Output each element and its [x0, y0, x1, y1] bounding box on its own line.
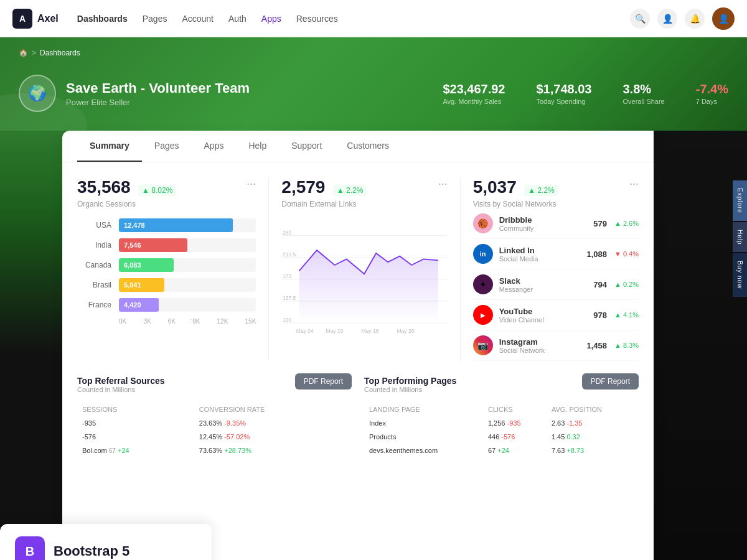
- bar-label: Canada: [77, 261, 111, 269]
- stat-today-spending: $1,748.03 Today Spending: [537, 82, 592, 105]
- social-row: in Linked In Social Media 1,088 ▼ 0.4%: [473, 239, 639, 269]
- nav-pages[interactable]: Pages: [143, 14, 167, 24]
- bar-axis-label: 12K: [217, 318, 228, 325]
- breadcrumb-separator: >: [32, 49, 36, 57]
- table-row: Index 1,256 -935 2.63 -1.35: [365, 417, 637, 429]
- tab-customers[interactable]: Customers: [334, 131, 402, 162]
- stat-value-sales: $23,467.92: [443, 82, 505, 96]
- card-tabs: Summary Pages Apps Help Support Customer…: [62, 131, 654, 162]
- tab-pages[interactable]: Pages: [142, 131, 192, 162]
- social-value: 1,458: [586, 341, 607, 350]
- stat-monthly-sales: $23,467.92 Avg. Monthly Sales: [443, 82, 505, 105]
- social-list: 🏀 Dribbble Community 579 ▲ 2.6% in Linke…: [473, 208, 639, 361]
- table-row: devs.keenthemes.com 67 +24 7.63 +8.73: [365, 444, 637, 457]
- top-pages-table: LANDING PAGE CLICKS AVG. POSITION Index …: [364, 402, 639, 458]
- page-name-3: devs.keenthemes.com: [365, 444, 483, 457]
- social-type: Community: [499, 225, 594, 232]
- search-icon[interactable]: 🔍: [630, 9, 650, 29]
- social-change: ▼ 0.4%: [614, 250, 639, 258]
- external-links-card: 2,579 ▲ 2.2% ··· Domain External Links: [268, 177, 447, 361]
- explore-button[interactable]: Explore: [733, 180, 747, 221]
- bar-row: Canada 6,083: [77, 258, 256, 272]
- referral-subtitle: Counted in Millions: [77, 386, 165, 393]
- nav-dashboards[interactable]: Dashboards: [77, 14, 128, 24]
- top-pages-title: Top Performing Pages: [364, 376, 456, 386]
- page-header: 🏠 > Dashboards 🌍 Save Earth - Volunteer …: [0, 37, 747, 131]
- bar-label: France: [77, 301, 111, 309]
- svg-text:May 04: May 04: [296, 328, 314, 334]
- tab-support[interactable]: Support: [279, 131, 334, 162]
- social-type: Video Channel: [499, 316, 594, 324]
- pdf-report-button-referral[interactable]: PDF Report: [295, 373, 352, 390]
- header-title: Save Earth - Volunteer Team: [66, 80, 443, 96]
- nav-apps[interactable]: Apps: [261, 14, 281, 24]
- social-name: Linked In: [499, 246, 587, 255]
- tab-apps[interactable]: Apps: [192, 131, 237, 162]
- social-type: Messanger: [499, 286, 594, 293]
- help-button[interactable]: Help: [733, 222, 747, 253]
- bar-track: 5,041: [119, 278, 256, 292]
- stat-7days: -7.4% 7 Days: [696, 82, 728, 105]
- header-stats: $23,467.92 Avg. Monthly Sales $1,748.03 …: [443, 82, 728, 105]
- dashboard-card: Summary Pages Apps Help Support Customer…: [62, 131, 654, 560]
- nav-resources[interactable]: Resources: [296, 14, 338, 24]
- social-visits-more[interactable]: ···: [629, 177, 639, 190]
- organic-sessions-more[interactable]: ···: [247, 177, 256, 190]
- header-content: 🌍 Save Earth - Volunteer Team Power Elit…: [19, 62, 728, 131]
- bar-axis-label: 15K: [245, 318, 256, 325]
- bar-track: 4,420: [119, 298, 256, 312]
- pages-col-page: LANDING PAGE: [365, 403, 483, 416]
- social-info: Linked In Social Media: [499, 246, 587, 263]
- line-chart-svg: 250 212.5 175 137.5 100: [281, 215, 447, 339]
- navbar-right: 🔍 👤 🔔 👤: [630, 7, 735, 30]
- buy-now-button[interactable]: Buy now: [733, 253, 747, 296]
- organic-sessions-label: Organic Sessions: [77, 200, 256, 208]
- organic-sessions-count: 35,568: [77, 177, 131, 197]
- page-position-2: 1.45 0.32: [548, 431, 637, 443]
- social-value: 978: [593, 310, 607, 320]
- social-info: Dribbble Community: [499, 215, 594, 232]
- brand[interactable]: A Axel: [12, 9, 59, 29]
- home-icon: 🏠: [19, 49, 28, 57]
- page-position-3: 7.63 +8.73: [548, 444, 637, 457]
- nav-account[interactable]: Account: [182, 14, 214, 24]
- social-value: 794: [593, 280, 607, 289]
- external-links-change: ▲ 2.2%: [333, 185, 367, 196]
- bar-label: India: [77, 241, 111, 250]
- avatar[interactable]: 👤: [712, 7, 735, 30]
- referral-rate-1: 23.63% -9.35%: [195, 417, 350, 429]
- social-icon-slack: ✦: [473, 274, 493, 294]
- referral-rate-3: 73.63% +28.73%: [195, 444, 350, 457]
- card-body: 35,568 ▲ 8.02% ··· Organic Sessions USA …: [62, 162, 654, 560]
- bar-track: 6,083: [119, 258, 256, 272]
- header-subtitle: Power Elite Seller: [66, 98, 443, 107]
- profile-icon[interactable]: 👤: [657, 9, 677, 29]
- stat-label-7days: 7 Days: [696, 98, 728, 105]
- svg-text:100: 100: [283, 317, 292, 323]
- tab-help[interactable]: Help: [236, 131, 279, 162]
- bar-row: USA 12,478: [77, 218, 256, 232]
- breadcrumb-current: Dashboards: [40, 49, 80, 57]
- watermark: B Bootstrap 5: [0, 524, 212, 560]
- external-links-more[interactable]: ···: [438, 177, 448, 190]
- bar-fill: 12,478: [119, 218, 233, 232]
- nav-auth[interactable]: Auth: [228, 14, 247, 24]
- table-row: -935 23.63% -9.35%: [78, 417, 350, 429]
- breadcrumb: 🏠 > Dashboards: [19, 44, 728, 62]
- bootstrap-text: Bootstrap 5: [54, 543, 129, 559]
- social-value: 1,088: [586, 250, 607, 259]
- bar-axis: 0K3K6K9K12K15K: [77, 318, 256, 325]
- tab-summary[interactable]: Summary: [77, 131, 142, 162]
- referral-section: Top Referral Sources Counted in Millions…: [77, 376, 352, 458]
- brand-icon: A: [12, 9, 32, 29]
- social-info: YouTube Video Channel: [499, 307, 594, 324]
- header-info: Save Earth - Volunteer Team Power Elite …: [66, 80, 443, 107]
- social-row: ▶ YouTube Video Channel 978 ▲ 4.1%: [473, 300, 639, 330]
- bar-fill: 5,041: [119, 278, 164, 292]
- pdf-report-button-pages[interactable]: PDF Report: [582, 373, 639, 390]
- notifications-icon[interactable]: 🔔: [685, 9, 705, 29]
- referral-col-sessions: SESSIONS: [78, 403, 194, 416]
- page-clicks-1: 1,256 -935: [484, 417, 547, 429]
- svg-text:212.5: 212.5: [283, 251, 296, 258]
- bar-axis-label: 0K: [119, 318, 126, 325]
